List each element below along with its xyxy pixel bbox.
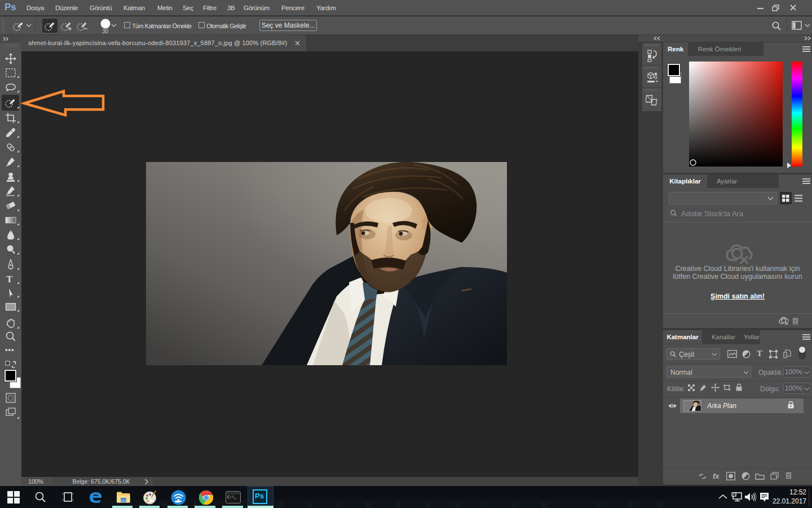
svg-text:C:\_: C:\_ [227,495,237,500]
